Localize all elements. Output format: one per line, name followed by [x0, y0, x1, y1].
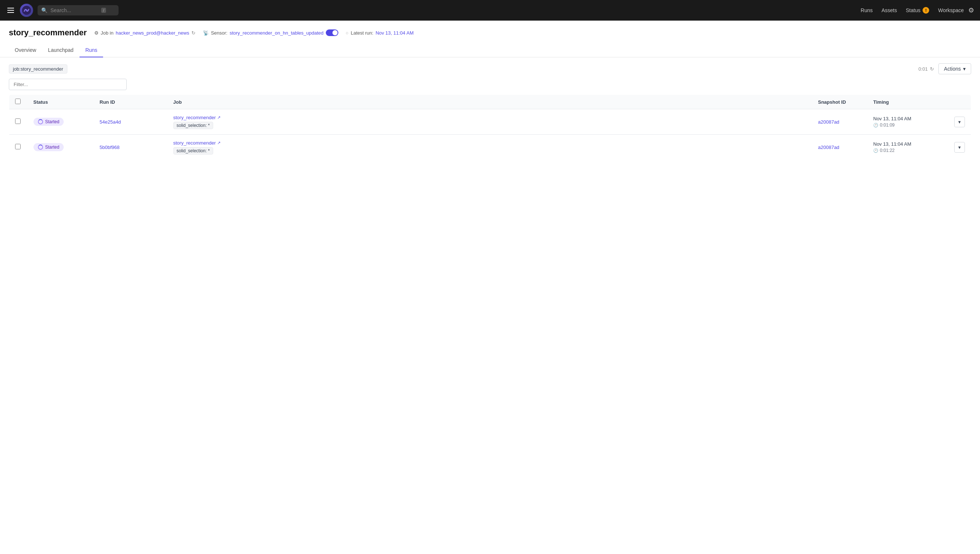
timing-col-header: Timing: [867, 95, 948, 109]
latest-run-meta: ○ Latest run: Nov 13, 11:04 AM: [346, 30, 414, 36]
row2-clock-icon: 🕐: [873, 148, 878, 153]
top-navigation: 🔍 / Runs Assets Status ! Workspace ⚙: [0, 0, 980, 21]
row1-snapshot-link[interactable]: a20087ad: [818, 119, 840, 125]
row2-action-cell: ▾: [948, 135, 971, 160]
nav-runs-link[interactable]: Runs: [861, 7, 873, 13]
main-content: job:story_recommender 0:01 ↻ Actions ▾ S…: [0, 57, 980, 166]
table-body: Started 54e25a4d story_recommender ↗ sol…: [9, 109, 971, 160]
status-col-header: Status: [28, 95, 94, 109]
filter-tag[interactable]: job:story_recommender: [9, 64, 67, 73]
row1-timing-date: Nov 13, 11:04 AM: [873, 116, 942, 121]
row2-duration-value: 0:01:22: [880, 148, 895, 153]
search-input[interactable]: [50, 7, 98, 13]
hamburger-menu[interactable]: [6, 6, 16, 14]
status-label: Status: [906, 7, 921, 13]
sensor-icon: 📡: [203, 30, 209, 36]
toolbar-right: 0:01 ↻ Actions ▾: [919, 63, 971, 74]
select-all-col: [9, 95, 28, 109]
table-header: Status Run ID Job Snapshot ID Timing: [9, 95, 971, 109]
action-col-header: [948, 95, 971, 109]
runid-col-header: Run ID: [94, 95, 168, 109]
row2-ext-link-icon: ↗: [217, 140, 220, 145]
actions-label: Actions: [944, 66, 961, 72]
table-row: Started 5b0bf968 story_recommender ↗ sol…: [9, 135, 971, 160]
row2-checkbox[interactable]: [15, 144, 21, 150]
filter-input[interactable]: [9, 79, 127, 90]
snapshot-col-header: Snapshot ID: [812, 95, 867, 109]
nav-status-link[interactable]: Status !: [906, 7, 930, 14]
sensor-toggle[interactable]: [326, 29, 338, 36]
row2-timing-cell: Nov 13, 11:04 AM 🕐 0:01:22: [867, 135, 948, 160]
tab-launchpad[interactable]: Launchpad: [42, 43, 79, 57]
job-location-link[interactable]: hacker_news_prod@hacker_news: [116, 30, 189, 36]
row2-job-name-link[interactable]: story_recommender ↗: [173, 140, 221, 146]
tab-overview[interactable]: Overview: [9, 43, 42, 57]
status-warning-icon: !: [923, 7, 929, 14]
row1-timing-cell: Nov 13, 11:04 AM 🕐 0:01:09: [867, 109, 948, 135]
row2-job-cell: story_recommender ↗ solid_selection: *: [168, 135, 812, 160]
row2-chevron-down-icon: ▾: [958, 145, 961, 150]
app-logo: [20, 4, 33, 17]
row2-status-label: Started: [45, 145, 60, 150]
row1-clock-icon: 🕐: [873, 123, 878, 127]
row1-action-cell: ▾: [948, 109, 971, 135]
job-in-label: Job in: [101, 30, 114, 36]
sensor-meta: 📡 Sensor: story_recommender_on_hn_tables…: [203, 29, 338, 36]
row1-runid-link[interactable]: 54e25a4d: [100, 119, 121, 125]
circle-icon: ○: [346, 30, 349, 36]
top-nav-links: Runs Assets Status ! Workspace: [861, 7, 964, 14]
search-icon: 🔍: [41, 7, 48, 13]
row1-select-cell: [9, 109, 28, 135]
row1-job-name-link[interactable]: story_recommender ↗: [173, 115, 221, 120]
job-icon: ⚙: [94, 30, 99, 36]
row2-snapshot-link[interactable]: a20087ad: [818, 145, 840, 150]
row1-job-tag: solid_selection: *: [173, 122, 213, 129]
nav-assets-link[interactable]: Assets: [882, 7, 897, 13]
row1-snapshot-cell: a20087ad: [812, 109, 867, 135]
row1-chevron-down-icon: ▾: [958, 119, 961, 125]
row1-expand-button[interactable]: ▾: [954, 116, 965, 127]
row2-timing-date: Nov 13, 11:04 AM: [873, 141, 942, 147]
row1-checkbox[interactable]: [15, 118, 21, 124]
row2-job-tag: solid_selection: *: [173, 147, 213, 154]
chevron-down-icon: ▾: [963, 66, 966, 72]
row1-spinner-icon: [38, 119, 43, 124]
page-header: story_recommender ⚙ Job in hacker_news_p…: [0, 21, 980, 57]
timer-label: 0:01 ↻: [919, 66, 934, 72]
search-kbd: /: [101, 8, 106, 13]
row1-ext-link-icon: ↗: [217, 115, 220, 120]
filter-row: [9, 79, 971, 90]
row2-status-badge: Started: [34, 143, 64, 151]
nav-workspace-link[interactable]: Workspace: [938, 7, 964, 13]
row1-duration-value: 0:01:09: [880, 123, 895, 127]
row2-status-cell: Started: [28, 135, 94, 160]
runs-table: Status Run ID Job Snapshot ID Timing Sta…: [9, 94, 971, 160]
table-row: Started 54e25a4d story_recommender ↗ sol…: [9, 109, 971, 135]
settings-icon[interactable]: ⚙: [968, 6, 974, 14]
sensor-label: Sensor:: [211, 30, 228, 36]
row2-timing-duration: 🕐 0:01:22: [873, 148, 942, 153]
actions-button[interactable]: Actions ▾: [939, 63, 971, 74]
search-bar[interactable]: 🔍 /: [38, 5, 118, 16]
row1-job-cell: story_recommender ↗ solid_selection: *: [168, 109, 812, 135]
row2-spinner-icon: [38, 145, 43, 150]
job-meta: ⚙ Job in hacker_news_prod@hacker_news ↻: [94, 30, 195, 36]
row1-job-name: story_recommender: [173, 115, 216, 120]
refresh-icon[interactable]: ↻: [192, 30, 195, 36]
sensor-name-link[interactable]: story_recommender_on_hn_tables_updated: [230, 30, 324, 36]
latest-run-label: Latest run:: [351, 30, 373, 36]
row1-status-badge: Started: [34, 118, 64, 126]
row2-select-cell: [9, 135, 28, 160]
select-all-checkbox[interactable]: [15, 99, 21, 104]
timer-refresh-icon[interactable]: ↻: [930, 66, 934, 72]
row2-runid-link[interactable]: 5b0bf968: [100, 145, 120, 150]
row2-runid-cell: 5b0bf968: [94, 135, 168, 160]
tabs: Overview Launchpad Runs: [9, 43, 971, 57]
row1-status-cell: Started: [28, 109, 94, 135]
row2-expand-button[interactable]: ▾: [954, 142, 965, 153]
row1-timing-duration: 🕐 0:01:09: [873, 123, 942, 127]
latest-run-time-link[interactable]: Nov 13, 11:04 AM: [375, 30, 413, 36]
page-title: story_recommender: [9, 28, 87, 38]
tab-runs[interactable]: Runs: [80, 43, 104, 57]
row1-status-label: Started: [45, 119, 60, 124]
